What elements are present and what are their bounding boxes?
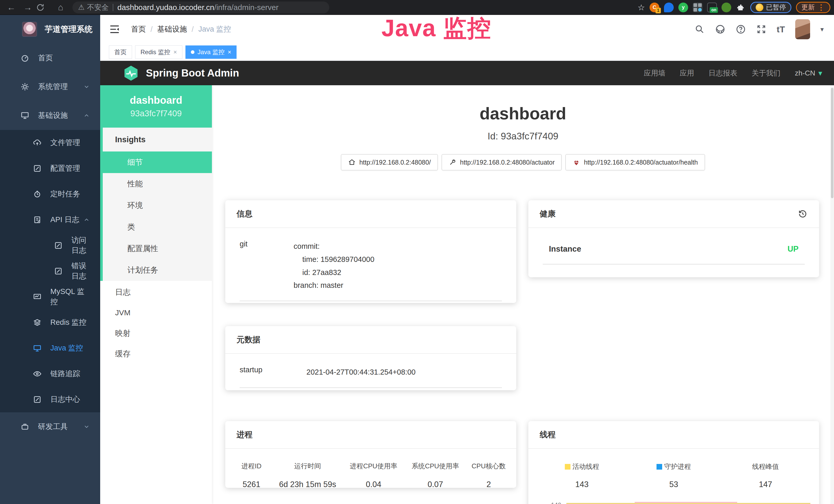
help-icon[interactable] xyxy=(736,24,746,35)
sidebar-item-infrastructure[interactable]: 基础设施 xyxy=(0,101,100,130)
fullscreen-icon[interactable] xyxy=(756,24,766,35)
service-url-button[interactable]: http://192.168.0.2:48080/ xyxy=(341,154,438,170)
sba-item-environment[interactable]: 环境 xyxy=(103,194,212,216)
extension-y-icon[interactable]: y xyxy=(678,3,688,12)
service-url: http://192.168.0.2:48080/ xyxy=(359,159,431,166)
sba-nav-journal[interactable]: 日志报表 xyxy=(709,68,738,78)
threads-card-body: 活动线程 143 守护进程 xyxy=(528,449,819,504)
page-scrollbar[interactable] xyxy=(830,85,834,504)
sba-item-caches[interactable]: 缓存 xyxy=(100,344,212,364)
sidebar-item-label: 系统管理 xyxy=(38,82,68,92)
app-logo-row[interactable]: 芋道管理系统 xyxy=(0,15,100,44)
sidebar-item-api-log[interactable]: API 日志 xyxy=(0,207,100,233)
extension-pin-icon[interactable] xyxy=(664,3,674,12)
tag-home[interactable]: 首页 xyxy=(109,45,132,59)
sidebar-item-redis-monitor[interactable]: Redis 监控 xyxy=(0,310,100,335)
tag-redis-monitor[interactable]: Redis 监控 × xyxy=(135,45,182,59)
gear-icon xyxy=(21,83,29,91)
instance-id-subtitle: Id: 93a3fc7f7409 xyxy=(212,131,834,142)
health-status-badge: UP xyxy=(788,245,798,254)
browser-forward-icon[interactable]: → xyxy=(20,2,36,12)
header-actions: tT ▾ xyxy=(695,19,824,39)
threads-card-header: 线程 xyxy=(528,421,819,449)
extension-leaf-icon[interactable] xyxy=(722,3,731,12)
github-icon[interactable] xyxy=(715,24,725,35)
sba-item-config-props[interactable]: 配置属性 xyxy=(103,238,212,259)
browser-back-icon[interactable]: ← xyxy=(3,2,20,12)
font-size-icon[interactable]: tT xyxy=(777,24,785,35)
extension-switch-icon[interactable]: on xyxy=(707,3,717,12)
instance-title: dashboard xyxy=(212,104,834,123)
monitor-icon xyxy=(21,111,29,120)
daemon-threads-legend-swatch xyxy=(657,464,662,469)
history-icon[interactable] xyxy=(797,209,808,219)
sidebar-item-tracing[interactable]: 链路追踪 xyxy=(0,361,100,387)
tag-close-icon[interactable]: × xyxy=(173,48,177,56)
actuator-url-button[interactable]: http://192.168.0.2:48080/actuator xyxy=(441,154,562,170)
breadcrumb-infrastructure[interactable]: 基础设施 xyxy=(157,24,187,35)
chevron-down-icon xyxy=(83,423,90,430)
sidebar-item-mysql-monitor[interactable]: MySQL 监控 xyxy=(0,284,100,310)
tag-label: Redis 监控 xyxy=(140,48,170,56)
instance-links: http://192.168.0.2:48080/ http://192.168… xyxy=(212,154,834,170)
sba-nav: 应用墙 应用 日志报表 关于我们 zh-CN ▾ xyxy=(644,68,822,78)
user-menu-caret-icon[interactable]: ▾ xyxy=(820,25,824,33)
sidebar-item-label: Java 监控 xyxy=(50,343,83,353)
sidebar-item-error-log[interactable]: 错误日志 xyxy=(0,258,100,284)
sba-nav-about[interactable]: 关于我们 xyxy=(752,68,781,78)
sidebar-item-file-management[interactable]: 文件管理 xyxy=(0,130,100,156)
actuator-url: http://192.168.0.2:48080/actuator xyxy=(460,159,554,166)
chrome-update-button[interactable]: 更新 ⋮ xyxy=(796,2,830,13)
process-table-headers: 进程ID 运行时间 进程CPU使用率 系统CPU使用率 CPU核心数 xyxy=(231,462,511,471)
tag-java-monitor[interactable]: Java 监控 × xyxy=(185,45,237,59)
sba-item-logs[interactable]: 日志 xyxy=(100,282,212,302)
extensions-puzzle-icon[interactable] xyxy=(736,3,746,12)
scrollbar-thumb[interactable] xyxy=(831,88,833,198)
language-caret-icon: ▾ xyxy=(818,69,822,77)
breadcrumb-home[interactable]: 首页 xyxy=(131,24,146,35)
sidebar-item-home[interactable]: 首页 xyxy=(0,44,100,72)
sidebar-item-dev-tools[interactable]: 研发工具 xyxy=(0,412,100,441)
sidebar-item-scheduled-jobs[interactable]: 定时任务 xyxy=(0,181,100,207)
sba-item-details[interactable]: 细节 xyxy=(103,152,212,173)
profile-paused-chip[interactable]: 已暂停 xyxy=(750,2,791,13)
sba-item-metrics[interactable]: 性能 xyxy=(103,173,212,194)
security-label[interactable]: 不安全 xyxy=(87,3,109,12)
sba-nav-applications[interactable]: 应用 xyxy=(680,68,694,78)
sidebar-item-log-center[interactable]: 日志中心 xyxy=(0,387,100,412)
sba-item-classes[interactable]: 类 xyxy=(103,216,212,238)
insecure-warning-icon: ⚠ xyxy=(78,3,85,12)
info-row-label: git xyxy=(240,240,293,292)
info-git-row: git commit: time: 1596289704000 id: 27aa… xyxy=(240,240,502,301)
sba-item-scheduled-tasks[interactable]: 计划任务 xyxy=(103,259,212,281)
sba-item-jvm[interactable]: JVM xyxy=(100,302,212,323)
sba-item-mappings[interactable]: 映射 xyxy=(100,323,212,344)
sba-language-select[interactable]: zh-CN ▾ xyxy=(795,69,822,77)
sidebar-item-config-management[interactable]: 配置管理 xyxy=(0,156,100,181)
search-icon[interactable] xyxy=(695,24,705,35)
collapse-sidebar-icon[interactable] xyxy=(109,24,120,35)
sidebar-item-access-log[interactable]: 访问日志 xyxy=(0,233,100,258)
health-url-button[interactable]: http://192.168.0.2:48080/actuator/health xyxy=(565,154,705,170)
sba-nav-wallboard[interactable]: 应用墙 xyxy=(644,68,665,78)
bookmark-star-icon[interactable]: ☆ xyxy=(637,3,645,12)
extension-colorzilla-icon[interactable]: C1 xyxy=(650,3,659,12)
sidebar-item-label: Redis 监控 xyxy=(50,317,86,328)
log-edit-icon xyxy=(33,215,42,224)
sba-brand-title[interactable]: Spring Boot Admin xyxy=(146,67,239,79)
browser-home-icon[interactable]: ⌂ xyxy=(52,2,69,12)
sidebar-item-java-monitor[interactable]: Java 监控 xyxy=(0,335,100,361)
extension-grid-icon[interactable] xyxy=(693,3,702,12)
browser-reload-icon[interactable] xyxy=(36,3,52,12)
log-edit-icon xyxy=(54,241,63,250)
active-tag-dot xyxy=(191,50,194,54)
sidebar-item-label: MySQL 监控 xyxy=(50,287,90,307)
tag-close-icon[interactable]: × xyxy=(227,48,231,56)
chevron-up-icon xyxy=(83,112,90,119)
chrome-menu-dots-icon[interactable]: ⋮ xyxy=(817,3,825,12)
url-bar[interactable]: ⚠ 不安全 dashboard.yudao.iocoder.cn/infra/a… xyxy=(72,2,329,13)
sba-instance-header[interactable]: dashboard 93a3fc7f7409 xyxy=(100,85,212,128)
cloud-upload-icon xyxy=(33,138,42,147)
sidebar-item-system[interactable]: 系统管理 xyxy=(0,72,100,101)
user-avatar[interactable] xyxy=(795,19,810,39)
